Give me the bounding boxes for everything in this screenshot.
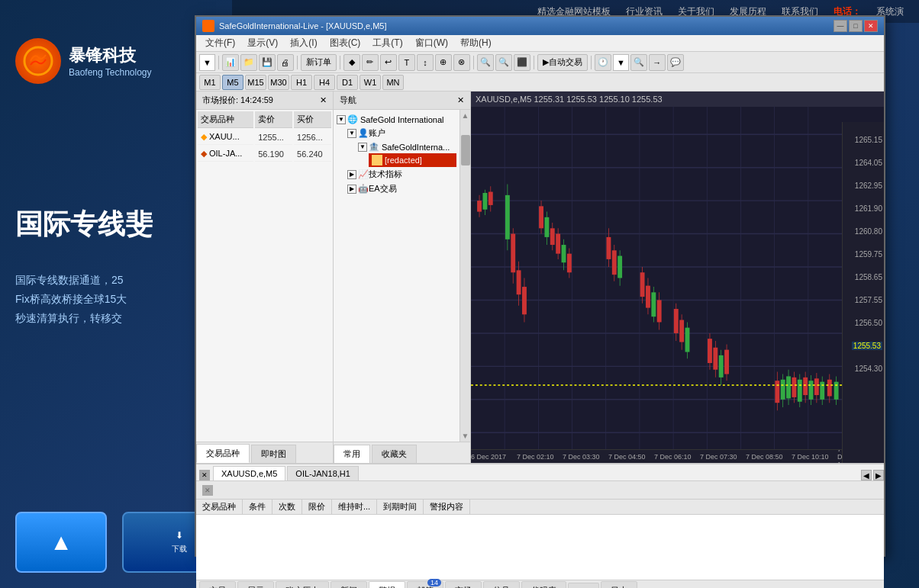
oil-icon: ◆ [201,149,207,158]
chart-canvas[interactable]: 1265.15 1264.05 1262.95 1261.90 1260.80 … [471,107,884,463]
tf-h4[interactable]: H4 [314,75,335,90]
chart-tab-oil[interactable]: OIL-JAN18,H1 [287,466,359,480]
tf-mn[interactable]: MN [382,75,404,90]
col-ask: 买价 [294,111,331,128]
toolbar-save[interactable]: 💾 [259,54,276,71]
toolbar-open[interactable]: 📁 [240,54,257,71]
nav-accounts-folder[interactable]: ▼ 👤 账户 [347,126,456,140]
menu-chart[interactable]: 图表(C) [324,35,367,51]
nav-expand-ea[interactable]: ▶ [347,185,356,194]
toolbar-chat[interactable]: 💬 [667,54,684,71]
nav-tab-favorites[interactable]: 收藏夹 [372,445,417,463]
toolbar-icon6[interactable]: ⊕ [435,54,452,71]
toolbar-print[interactable]: 🖨 [277,54,294,71]
toolbar-clock[interactable]: 🕐 [595,54,611,71]
svg-rect-51 [612,250,617,275]
tf-m5[interactable]: M5 [222,75,243,90]
toolbar-dropdown2[interactable]: ▼ [613,54,629,71]
gold-bid: 1255... [255,130,292,145]
nav-ea[interactable]: ▶ 🤖 EA交易 [347,182,456,196]
nav-user-item[interactable]: [redacted] [369,153,456,167]
titlebar-buttons: — □ ✕ [834,20,878,32]
toolbar-icon1[interactable]: ◆ [343,54,360,71]
tf-m15[interactable]: M15 [245,75,266,90]
nav-broker[interactable]: ▼ 🌐 SafeGold International [337,113,456,126]
toolbar-icon7[interactable]: ⊗ [453,54,470,71]
menu-tools[interactable]: 工具(T) [366,35,408,51]
menu-file[interactable]: 文件(F) [199,35,241,51]
toolbar-new-chart[interactable]: 📊 [222,54,239,71]
chart-next-button[interactable]: ▶ [873,470,884,480]
maximize-button[interactable]: □ [849,20,863,32]
nav-expand-indicators[interactable]: ▶ [347,170,356,179]
nav-expand-accounts[interactable]: ▼ [347,129,356,138]
chart-tabs: ✕ XAUUSD,e,M5 OIL-JAN18,H1 ◀ ▶ [196,464,884,480]
tab-code-library[interactable]: 代码库 [521,581,566,588]
nav-tab-common[interactable]: 常用 [334,445,370,463]
market-row-oil[interactable]: ◆OIL-JA... 56.190 56.240 [198,146,331,162]
tab-signal[interactable]: 信号 [483,581,520,588]
tf-m1[interactable]: M1 [199,75,221,90]
tf-d1[interactable]: D1 [337,75,358,90]
toolbar-arrow[interactable]: → [649,54,666,71]
toolbar-search[interactable]: 🔍 [630,54,647,71]
chart-tab-close-all[interactable]: ✕ [199,470,210,480]
market-table: 交易品种 卖价 买价 ◆XAUU... 1255... 1256... ◆OIL… [196,110,333,163]
time-scale: 6 Dec 2017 7 Dec 02:10 7 Dec 03:30 7 Dec… [471,449,842,463]
chart-tab-gold[interactable]: XAUUSD,e,M5 [213,466,285,480]
gold-ask: 1256... [294,130,331,145]
toolbar-divider5 [534,56,534,69]
toolbar-zoom-in[interactable]: 🔍 [477,54,494,71]
menu-window[interactable]: 窗口(W) [409,35,454,51]
tab-ticks[interactable]: 即时图 [251,445,296,463]
tf-w1[interactable]: W1 [360,75,381,90]
arrow-button-left[interactable]: ▲ [15,512,107,573]
minimize-button[interactable]: — [834,20,847,32]
app-icon [202,20,214,32]
time-1: 6 Dec 2017 [471,453,506,461]
toolbar-icon4[interactable]: T [398,54,415,71]
price-1254: 1254.30 [855,365,882,373]
scroll-up-arrow[interactable]: ▲ [462,110,469,120]
chart-prev-button[interactable]: ◀ [861,470,872,480]
svg-rect-45 [562,245,566,262]
svg-rect-29 [505,195,510,239]
tab-ea[interactable]: EA [568,583,599,589]
tab-trade[interactable]: 交易 [199,581,236,588]
nav-indicators[interactable]: ▶ 📈 技术指标 [347,167,456,182]
toolbar-dropdown1[interactable]: ▼ [199,54,215,71]
toolbar-zoom-out[interactable]: 🔍 [495,54,512,71]
scroll-thumb[interactable] [461,135,470,165]
menu-help[interactable]: 帮助(H) [454,35,498,51]
nav-expand-broker[interactable]: ▼ [337,115,346,124]
tab-show[interactable]: 展示 [237,581,274,588]
tab-log[interactable]: 日志 [601,581,637,588]
navigator-close[interactable]: ✕ [457,95,464,105]
tf-h1[interactable]: H1 [291,75,312,90]
alert-panel-close[interactable]: ✕ [202,485,213,496]
menu-view[interactable]: 显示(V) [241,35,284,51]
tab-market[interactable]: 市场 [445,581,482,588]
market-watch-close[interactable]: ✕ [320,95,327,105]
toolbar-fit[interactable]: ⬛ [514,54,530,71]
svg-rect-49 [606,237,611,259]
tab-alerts[interactable]: 警报 [369,581,405,588]
tab-mailbox[interactable]: 邮箱 14 [407,581,443,588]
toolbar-new-order[interactable]: 新订单 [301,54,337,71]
svg-rect-95 [827,380,832,397]
tab-symbols[interactable]: 交易品种 [196,444,250,463]
toolbar-icon2[interactable]: ✏ [362,54,379,71]
nav-account-item[interactable]: ▼ 🏦 SafeGoldInterna... [358,140,456,153]
toolbar-icon5[interactable]: ↕ [417,54,434,71]
tab-news[interactable]: 新闻 [331,581,367,588]
scroll-down-arrow[interactable]: ▼ [462,432,469,442]
market-row-gold[interactable]: ◆XAUU... 1255... 1256... [198,130,331,145]
navigator-scrollbar[interactable]: ▲ ▼ [460,110,470,442]
menu-insert[interactable]: 插入(I) [284,35,323,51]
close-button[interactable]: ✕ [864,20,878,32]
toolbar-icon3[interactable]: ↩ [380,54,397,71]
toolbar-auto-trade[interactable]: ▶ 自动交易 [537,54,588,71]
tab-account-history[interactable]: 账户历史 [276,581,329,588]
nav-expand-account[interactable]: ▼ [358,143,367,152]
tf-m30[interactable]: M30 [268,75,289,90]
